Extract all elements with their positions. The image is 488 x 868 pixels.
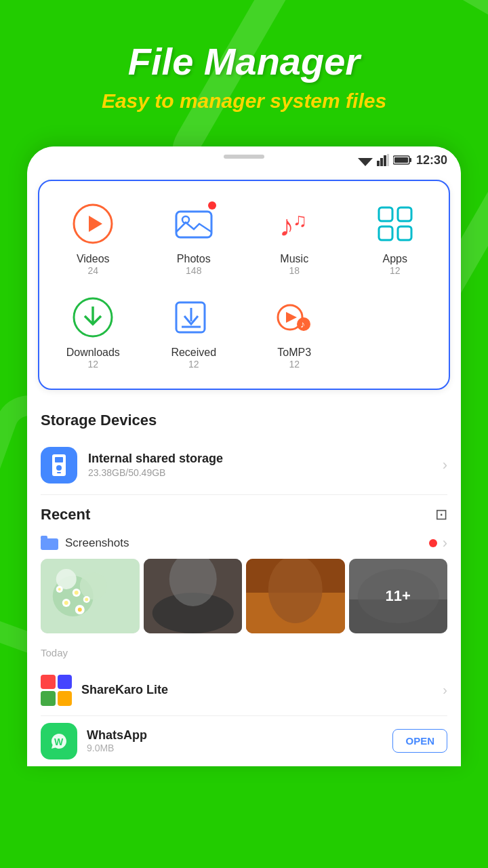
phone-mockup: 12:30 Videos 24 [27, 146, 461, 766]
storage-name: Internal shared storage [88, 452, 443, 466]
photos-notification-dot [208, 201, 216, 210]
phone-storage-icon [49, 453, 69, 477]
thumbnail-1[interactable] [41, 559, 140, 633]
svg-rect-10 [176, 212, 211, 237]
videos-label: Videos [77, 253, 110, 265]
whatsapp-open-button[interactable]: OPEN [392, 729, 447, 753]
svg-rect-6 [409, 158, 411, 162]
apps-label: Apps [383, 253, 407, 265]
app-whatsapp: W WhatsApp 9.0MB OPEN [27, 716, 461, 766]
app-sharekaro[interactable]: ShareKaro Lite › [27, 665, 461, 715]
svg-point-44 [78, 608, 82, 612]
thumbnail-3[interactable] [246, 559, 345, 633]
storage-info: Internal shared storage 23.38GB/50.49GB [88, 452, 443, 478]
status-icons: 12:30 [358, 153, 447, 167]
svg-rect-32 [41, 536, 47, 540]
svg-point-42 [85, 597, 88, 601]
music-icon-wrap: ♪ ♫ [270, 200, 318, 248]
status-time: 12:30 [416, 153, 447, 167]
thumbnails-row: 11+ [27, 559, 461, 644]
tomp3-count: 12 [289, 359, 300, 370]
svg-rect-1 [377, 161, 380, 166]
photos-label: Photos [177, 253, 211, 265]
category-apps[interactable]: Apps 12 [348, 195, 443, 281]
photo-icon [174, 203, 214, 244]
svg-rect-28 [55, 457, 63, 462]
screenshots-row[interactable]: Screenshots › [27, 530, 461, 559]
whatsapp-icon: W [41, 723, 77, 760]
tomp3-icon-wrap: ♪ [270, 294, 318, 341]
videos-icon-wrap [69, 200, 117, 248]
screenshots-label-text: Screenshots [65, 536, 129, 550]
svg-rect-3 [384, 155, 386, 166]
downloads-icon-wrap [69, 294, 117, 341]
edit-icon[interactable]: ⊡ [435, 506, 447, 524]
phone-content: Videos 24 Photos 148 [27, 180, 461, 766]
category-videos[interactable]: Videos 24 [46, 195, 140, 281]
thumbnail-4[interactable]: 11+ [349, 559, 448, 633]
categories-card: Videos 24 Photos 148 [38, 180, 450, 390]
screenshots-folder-icon [41, 536, 58, 551]
tomp3-icon: ♪ [274, 297, 314, 338]
downloads-count: 12 [87, 359, 98, 370]
svg-marker-9 [89, 216, 102, 232]
status-bar: 12:30 [27, 146, 461, 174]
storage-section-title: Storage Devices [27, 401, 461, 436]
svg-rect-30 [57, 472, 61, 473]
wifi-icon [358, 154, 373, 166]
sk-dot-1 [41, 675, 56, 690]
sharekaro-icon [41, 675, 72, 706]
tomp3-label: ToMP3 [277, 347, 311, 359]
header: File Manager Easy to manager system file… [0, 0, 488, 126]
received-icon-wrap [170, 294, 218, 341]
svg-rect-14 [379, 208, 392, 221]
svg-text:W: W [54, 736, 64, 747]
thumbnail-2[interactable] [144, 559, 243, 633]
apps-count: 12 [390, 265, 401, 276]
apps-icon [375, 203, 415, 244]
category-music[interactable]: ♪ ♫ Music 18 [247, 195, 342, 281]
received-count: 12 [188, 359, 199, 370]
photos-count: 148 [186, 265, 201, 276]
storage-icon-wrap [41, 447, 77, 484]
category-downloads[interactable]: Downloads 12 [46, 288, 140, 375]
music-icon: ♪ ♫ [274, 203, 314, 244]
svg-rect-4 [387, 154, 389, 166]
svg-text:♪: ♪ [279, 209, 294, 242]
whatsapp-size: 9.0MB [87, 743, 392, 753]
storage-chevron-icon: › [443, 456, 447, 474]
svg-rect-31 [41, 538, 58, 550]
phone-notch [224, 155, 264, 159]
music-count: 18 [289, 265, 300, 276]
category-empty [348, 288, 443, 375]
date-label: Today [27, 644, 461, 665]
sharekaro-app-name: ShareKaro Lite [81, 683, 443, 697]
svg-rect-17 [398, 226, 411, 240]
svg-point-46 [58, 588, 61, 591]
sk-dot-4 [58, 691, 73, 706]
svg-rect-7 [394, 157, 408, 163]
internal-storage-item[interactable]: Internal shared storage 23.38GB/50.49GB … [27, 436, 461, 494]
svg-marker-24 [286, 312, 297, 323]
received-label: Received [171, 347, 216, 359]
video-icon [73, 203, 113, 244]
screenshots-chevron-icon: › [443, 534, 447, 552]
photos-icon-wrap [170, 200, 218, 248]
app-subtitle: Easy to manager system files [14, 90, 474, 113]
categories-row2: Downloads 12 Received 12 [46, 288, 442, 375]
category-photos[interactable]: Photos 148 [147, 195, 241, 281]
thumbnail-overflow-badge: 11+ [349, 559, 448, 633]
recent-header: Recent ⊡ [27, 495, 461, 530]
category-received[interactable]: Received 12 [147, 288, 241, 375]
category-tomp3[interactable]: ♪ ToMP3 12 [247, 288, 342, 375]
svg-marker-0 [358, 158, 373, 166]
svg-point-35 [80, 572, 107, 599]
battery-icon [393, 155, 412, 165]
downloads-label: Downloads [66, 347, 120, 359]
sharekaro-chevron-icon: › [443, 682, 447, 698]
svg-rect-2 [380, 158, 383, 166]
whatsapp-name: WhatsApp [87, 728, 392, 743]
screenshots-label: Screenshots [41, 536, 129, 551]
app-title: File Manager [14, 41, 474, 83]
received-icon [174, 297, 214, 338]
